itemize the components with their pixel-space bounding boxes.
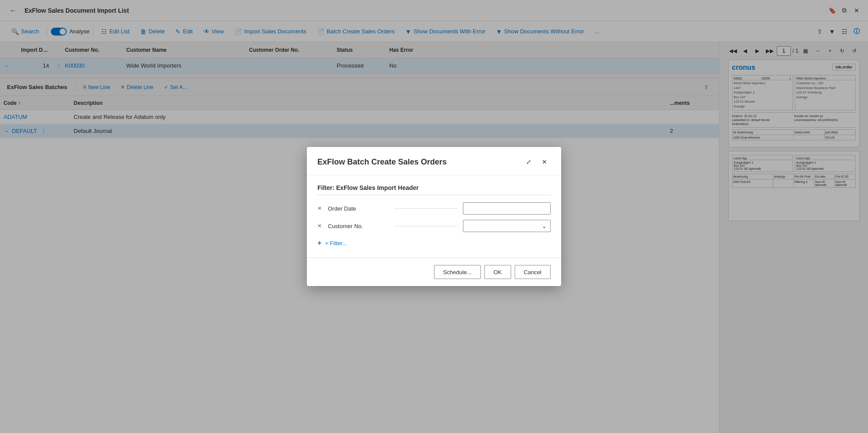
add-filter-button[interactable]: + + Filter... (317, 237, 551, 249)
dialog-close-button[interactable]: ✕ (538, 156, 551, 168)
dialog-section-title: Filter: ExFlow Sales Import Header (317, 184, 551, 195)
plus-icon: + (317, 239, 321, 247)
order-date-clear[interactable]: ✕ (317, 205, 323, 211)
dropdown-chevron-icon: ⌄ (542, 223, 547, 229)
order-date-input[interactable] (463, 202, 551, 215)
dialog-expand-button[interactable]: ⤢ (523, 156, 535, 168)
modal-overlay: ExFlow Batch Create Sales Orders ⤢ ✕ Fil… (0, 0, 868, 433)
dialog-header-actions: ⤢ ✕ (523, 156, 551, 168)
batch-create-dialog: ExFlow Batch Create Sales Orders ⤢ ✕ Fil… (307, 147, 561, 286)
customer-no-label: Customer No. (328, 223, 389, 229)
order-date-dots (395, 208, 458, 209)
dialog-title: ExFlow Batch Create Sales Orders (317, 157, 447, 167)
dialog-footer: Schedule... OK Cancel (307, 258, 561, 286)
order-date-label: Order Date (328, 205, 389, 212)
cancel-button[interactable]: Cancel (515, 265, 551, 279)
dialog-body: Filter: ExFlow Sales Import Header ✕ Ord… (307, 175, 561, 258)
schedule-button[interactable]: Schedule... (434, 265, 481, 279)
customer-no-dropdown[interactable]: ⌄ (463, 220, 551, 232)
order-date-field: ✕ Order Date (317, 202, 551, 215)
customer-no-field: ✕ Customer No. ⌄ (317, 220, 551, 232)
customer-no-dots (395, 226, 458, 226)
customer-no-clear[interactable]: ✕ (317, 223, 323, 229)
dialog-header: ExFlow Batch Create Sales Orders ⤢ ✕ (307, 147, 561, 175)
ok-button[interactable]: OK (484, 265, 511, 279)
